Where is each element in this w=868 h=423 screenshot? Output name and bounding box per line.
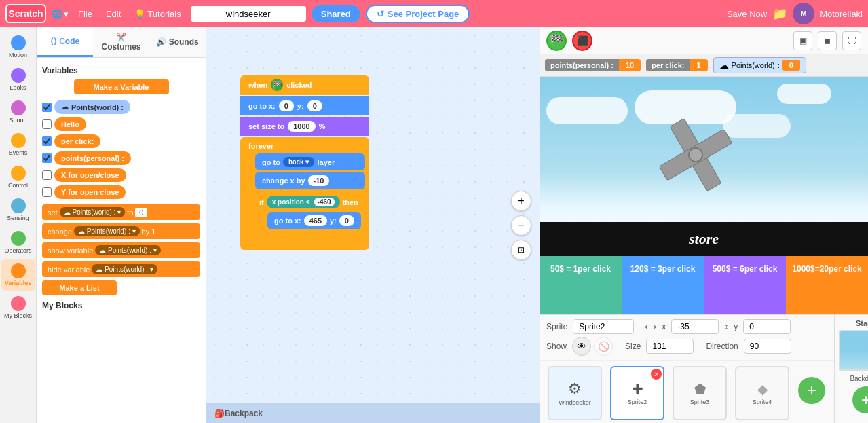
tab-costumes[interactable]: ✂️ Costumes (93, 27, 149, 57)
change-var-pill: ☁ Points(world) : ▾ (74, 226, 139, 236)
sidebar-item-events[interactable]: Events (1, 129, 35, 160)
sidebar-item-looks[interactable]: Looks (1, 64, 35, 95)
stage-canvas: store 50$ = 1per click 120$ = 3per click… (540, 77, 868, 314)
goto-x-465-block[interactable]: go to x: 465 y: 0 (267, 212, 361, 229)
sidebar-item-myblocks[interactable]: My Blocks (1, 292, 35, 323)
var-checkbox-points-world[interactable] (42, 103, 52, 112)
nav-globe[interactable]: 🌐 ▾ (52, 9, 69, 19)
stage-thumbnail[interactable] (839, 330, 868, 371)
zoom-controls: + − ⊡ (511, 191, 531, 260)
var-checkbox-y-open-close[interactable] (42, 187, 52, 197)
sound-dot (11, 100, 26, 115)
sprite-thumbnails: ⚙ Windseeker ✕ ✚ Sprite2 ⬟ Sprite3 (540, 361, 834, 423)
zoom-out-button[interactable]: − (511, 215, 531, 236)
nav-tutorials[interactable]: 💡 Tutorials (130, 7, 185, 20)
save-now-button[interactable]: Save Now (727, 9, 767, 19)
goto-block[interactable]: go to x: 0 y: 0 (240, 96, 369, 115)
goto-layer-block[interactable]: go to back ▾ layer (255, 153, 365, 170)
sidebar-item-variables[interactable]: Variables (1, 259, 35, 291)
see-project-button[interactable]: ↺ See Project Page (366, 5, 470, 23)
sprite2-delete-btn[interactable]: ✕ (651, 369, 662, 380)
var-row-y-open-close: Y for open close (42, 185, 200, 199)
tab-code[interactable]: ⟨⟩ Code (37, 27, 93, 57)
sidebar-item-operators[interactable]: Operators (1, 227, 35, 258)
sprite-label: Sprite (546, 322, 567, 331)
sidebar-item-sound[interactable]: Sound (1, 96, 35, 128)
show-visible-btn[interactable]: 👁 (572, 337, 591, 356)
sidebar-item-motion[interactable]: Motion (1, 31, 35, 62)
size-input[interactable] (646, 339, 694, 354)
stage-medium-button[interactable]: ◼ (818, 31, 837, 50)
direction-input[interactable] (744, 339, 791, 354)
tab-sounds[interactable]: 🔊 Sounds (149, 27, 206, 57)
cloud-colon: : (778, 61, 780, 69)
store-buttons: 50$ = 1per click 120$ = 3per click 500$ … (540, 256, 868, 314)
stage-fullscreen-button[interactable]: ⛶ (842, 31, 861, 50)
show-hidden-btn[interactable]: 🚫 (594, 337, 613, 356)
var-block-x-open-close[interactable]: X for open/close (54, 168, 126, 182)
if-block[interactable]: if x position < -460 then go to x: 465 y… (255, 191, 365, 239)
set-block[interactable]: set ☁ Points(world) : ▾ to 0 (42, 204, 200, 220)
tutorials-icon: 💡 (134, 9, 145, 19)
y-input[interactable] (743, 319, 791, 334)
show-variable-block[interactable]: show variable ☁ Points(world) : ▾ (42, 242, 200, 258)
nav-avatar[interactable]: M (793, 3, 814, 24)
store-btn-4[interactable]: 1000$=20per click (786, 256, 868, 314)
add-sprite-button[interactable]: + (798, 377, 825, 404)
store-btn-1[interactable]: 50$ = 1per click (540, 256, 622, 314)
stage-sidebar: Stage Backdrops + (834, 315, 868, 423)
var-block-y-open-close[interactable]: Y for open close (54, 185, 126, 199)
zoom-in-button[interactable]: + (511, 191, 531, 211)
stop-button[interactable]: ⬛ (572, 31, 592, 51)
x-input[interactable] (671, 319, 719, 334)
scratch-logo[interactable]: Scratch (5, 4, 46, 23)
folder-icon[interactable]: 📁 (772, 6, 787, 21)
make-list-button[interactable]: Make a List (42, 280, 117, 295)
sidebar-item-control[interactable]: Control (1, 162, 35, 193)
backpack-bar[interactable]: 🎒 Backpack (206, 403, 540, 423)
forever-block[interactable]: forever go to back ▾ layer change x by -… (240, 137, 369, 250)
var-checkbox-x-open-close[interactable] (42, 170, 52, 180)
shared-button[interactable]: Shared (312, 5, 360, 22)
zoom-fit-button[interactable]: ⊡ (511, 240, 531, 260)
my-blocks-title: My Blocks (42, 301, 200, 310)
script-area[interactable]: when 🏁 clicked go to x: 0 y: 0 set size … (206, 27, 540, 423)
var-block-points-world[interactable]: ☁ Points(world) : (54, 100, 130, 114)
script-canvas[interactable]: when 🏁 clicked go to x: 0 y: 0 set size … (206, 27, 540, 423)
store-sign: store (540, 222, 868, 256)
var-checkbox-hello[interactable] (42, 119, 52, 129)
store-btn-2[interactable]: 120$ = 3per click (622, 256, 704, 314)
windmill-svg (655, 117, 736, 192)
store-btn-3[interactable]: 500$ = 6per click (704, 256, 786, 314)
sprite-thumb-windseeker[interactable]: ⚙ Windseeker (548, 366, 602, 420)
var-checkbox-per-click[interactable] (42, 136, 52, 146)
project-name-input[interactable] (191, 6, 306, 22)
looks-label: Looks (10, 84, 26, 91)
var-block-points-personal[interactable]: points(personal) : (54, 151, 131, 165)
size-val: 1000 (288, 121, 315, 132)
var-block-per-click[interactable]: per click: (54, 134, 100, 148)
windseeker-icon: ⚙ (568, 380, 582, 398)
var-row-per-click: per click: (42, 134, 200, 148)
sprite-windmill (655, 117, 736, 192)
sprite-thumb-sprite3[interactable]: ⬟ Sprite3 (673, 366, 727, 420)
stage-small-button[interactable]: ▣ (793, 31, 812, 50)
add-backdrop-button[interactable]: + (852, 386, 868, 413)
var-checkbox-points-personal[interactable] (42, 153, 52, 163)
sprite-thumb-sprite2[interactable]: ✕ ✚ Sprite2 (610, 366, 664, 420)
hide-variable-block[interactable]: hide variable ☁ Points(world) : ▾ (42, 261, 200, 277)
var-block-hello[interactable]: Hello (54, 117, 86, 131)
nav-edit[interactable]: Edit (102, 7, 125, 20)
nav-file[interactable]: File (74, 7, 96, 20)
make-variable-button[interactable]: Make a Variable (74, 79, 169, 94)
green-flag-button[interactable]: 🏁 (546, 31, 567, 51)
sprite-name-input[interactable] (573, 319, 634, 334)
change-block[interactable]: change ☁ Points(world) : ▾ by 1 (42, 223, 200, 239)
sprite-info-show-row: Show 👁 🚫 Size Direction (546, 337, 827, 356)
forever-label: forever (244, 140, 369, 152)
sprite-thumb-sprite4[interactable]: ◆ Sprite4 (735, 366, 789, 420)
set-size-block[interactable]: set size to 1000 % (240, 117, 369, 136)
change-x-block[interactable]: change x by -10 (255, 172, 365, 189)
sidebar-item-sensing[interactable]: Sensing (1, 194, 35, 225)
event-block[interactable]: when 🏁 clicked (240, 75, 369, 95)
